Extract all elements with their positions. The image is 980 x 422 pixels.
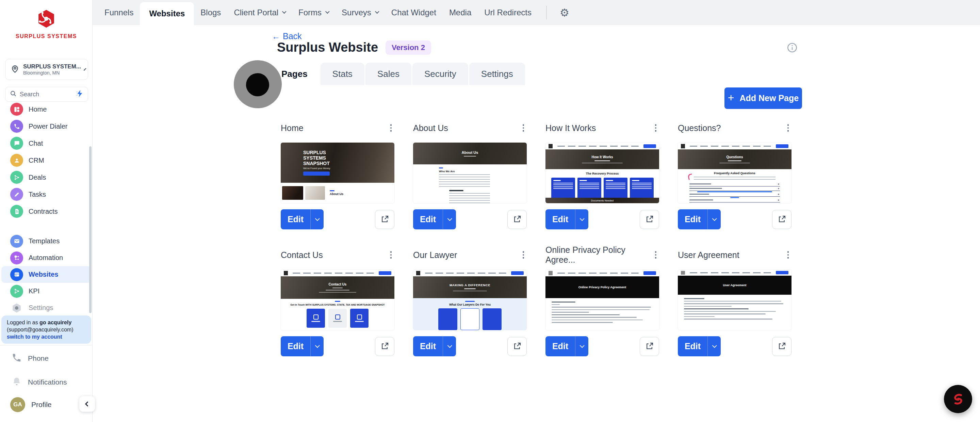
tab-stats[interactable]: Stats — [321, 63, 364, 85]
edit-dropdown-button[interactable] — [310, 336, 324, 356]
open-page-button[interactable] — [772, 210, 791, 229]
edit-button[interactable]: Edit — [546, 336, 575, 356]
surplus-swirl-icon — [951, 392, 966, 407]
kebab-menu-icon[interactable] — [652, 249, 659, 261]
open-page-button[interactable] — [508, 337, 527, 356]
tab-label: Pages — [282, 69, 308, 79]
edit-dropdown-button[interactable] — [443, 336, 456, 356]
thumb-paragraph — [449, 193, 490, 203]
phone-button[interactable]: Phone — [0, 350, 92, 366]
info-icon[interactable] — [787, 42, 798, 54]
open-page-button[interactable] — [640, 210, 659, 229]
edit-split-button: Edit — [546, 209, 588, 229]
nav-label: Forms — [298, 8, 321, 18]
sidebar-item-templates[interactable]: Templates — [2, 233, 91, 250]
search-input[interactable] — [20, 91, 73, 98]
nav-media[interactable]: Media — [443, 0, 478, 25]
edit-dropdown-button[interactable] — [310, 209, 324, 229]
nav-label: Blogs — [200, 8, 221, 18]
nav-websites[interactable]: Websites — [140, 2, 194, 25]
search-icon — [10, 90, 17, 99]
quick-actions-bolt-icon[interactable] — [76, 89, 84, 99]
nav-blogs[interactable]: Blogs — [194, 0, 227, 25]
edit-button[interactable]: Edit — [413, 336, 443, 356]
bell-icon — [11, 376, 22, 388]
thumb-hero-title: Questions — [727, 155, 743, 159]
open-page-button[interactable] — [640, 337, 659, 356]
nav-client-portal[interactable]: Client Portal — [227, 0, 292, 25]
kebab-menu-icon[interactable] — [785, 249, 792, 261]
profile-button[interactable]: GA Profile — [0, 397, 92, 413]
kebab-menu-icon[interactable] — [520, 122, 527, 134]
page-card-home: Home SURPLUS SYSTEMS SNAPSHOT We've Foun… — [281, 122, 395, 229]
switch-account-link[interactable]: switch to my account — [7, 333, 86, 340]
sidebar-item-label: Chat — [29, 140, 43, 147]
open-page-button[interactable] — [772, 337, 791, 356]
edit-dropdown-button[interactable] — [708, 209, 721, 229]
nav-chat-widget[interactable]: Chat Widget — [385, 0, 443, 25]
sidebar-item-chat[interactable]: Chat — [2, 135, 91, 152]
edit-button[interactable]: Edit — [281, 209, 310, 229]
sidebar-item-tasks[interactable]: Tasks — [2, 186, 91, 203]
chevron-down-icon — [447, 343, 452, 348]
nav-forms[interactable]: Forms — [292, 0, 335, 25]
edit-split-button: Edit — [281, 336, 324, 356]
external-link-icon — [778, 342, 786, 350]
edit-button[interactable]: Edit — [546, 209, 575, 229]
sidebar-item-websites[interactable]: Websites — [2, 266, 91, 283]
kebab-menu-icon[interactable] — [388, 122, 395, 134]
edit-dropdown-button[interactable] — [443, 209, 456, 229]
kebab-menu-icon[interactable] — [652, 122, 659, 134]
notifications-button[interactable]: Notifications — [0, 374, 92, 390]
floating-brand-button[interactable] — [944, 385, 972, 413]
thumb-hero-title: About Us — [462, 150, 479, 154]
nav-funnels[interactable]: Funnels — [98, 0, 140, 25]
edit-dropdown-button[interactable] — [575, 209, 588, 229]
sidebar-item-kpi[interactable]: KPI — [2, 283, 91, 299]
sidebar-search[interactable] — [5, 87, 88, 102]
page-card-title: Online Privacy Policy Agree... — [546, 245, 652, 265]
tab-security[interactable]: Security — [412, 63, 468, 85]
sidebar-item-contracts[interactable]: Contracts — [2, 203, 91, 220]
nav-surveys[interactable]: Surveys — [335, 0, 385, 25]
sidebar-item-automation[interactable]: Automation — [2, 250, 91, 266]
tab-sales[interactable]: Sales — [366, 63, 411, 85]
edit-button[interactable]: Edit — [281, 336, 310, 356]
back-link[interactable]: ← Back — [272, 31, 302, 41]
kebab-menu-icon[interactable] — [388, 249, 395, 261]
tab-label: Sales — [377, 69, 399, 79]
open-page-button[interactable] — [375, 210, 395, 229]
page-thumbnail: User Agreement — [678, 269, 791, 330]
kebab-menu-icon[interactable] — [785, 122, 792, 134]
page-card-title: User Agreement — [678, 250, 740, 260]
sidebar-item-settings[interactable]: Settings — [2, 299, 91, 316]
open-page-button[interactable] — [508, 210, 527, 229]
kebab-menu-icon[interactable] — [520, 249, 527, 261]
tab-settings[interactable]: Settings — [469, 63, 525, 85]
sidebar-scrollbar[interactable] — [89, 147, 92, 313]
sidebar-item-crm[interactable]: CRM — [2, 152, 91, 169]
gear-icon[interactable]: ⚙ — [555, 8, 574, 18]
sidebar-item-deals[interactable]: Deals — [2, 169, 91, 186]
avatar: GA — [10, 397, 25, 412]
back-label: Back — [283, 31, 302, 41]
sidebar-item-label: Contracts — [29, 208, 58, 215]
thumb-section-title: Frequently Asked Questions — [678, 172, 791, 175]
open-page-button[interactable] — [375, 337, 395, 356]
nav-url-redirects[interactable]: Url Redirects — [478, 0, 538, 25]
edit-button[interactable]: Edit — [413, 209, 443, 229]
nav-label: Url Redirects — [484, 8, 531, 18]
account-switcher[interactable]: SURPLUS SYSTEM... Bloomington, MN — [5, 59, 88, 80]
sidebar-menu-secondary: Templates Automation Websites KPI Settin… — [0, 233, 92, 316]
location-pin-icon — [10, 64, 20, 75]
edit-dropdown-button[interactable] — [708, 336, 721, 356]
sidebar-item-label: Settings — [29, 304, 53, 312]
edit-button[interactable]: Edit — [678, 336, 708, 356]
sidebar-item-home[interactable]: Home — [2, 101, 91, 118]
sidebar-item-power-dialer[interactable]: Power Dialer — [2, 118, 91, 135]
add-new-page-button[interactable]: + Add New Page — [724, 88, 802, 109]
edit-button[interactable]: Edit — [678, 209, 708, 229]
sidebar-collapse-button[interactable] — [79, 396, 95, 412]
edit-dropdown-button[interactable] — [575, 336, 588, 356]
nav-label: Funnels — [105, 8, 134, 18]
